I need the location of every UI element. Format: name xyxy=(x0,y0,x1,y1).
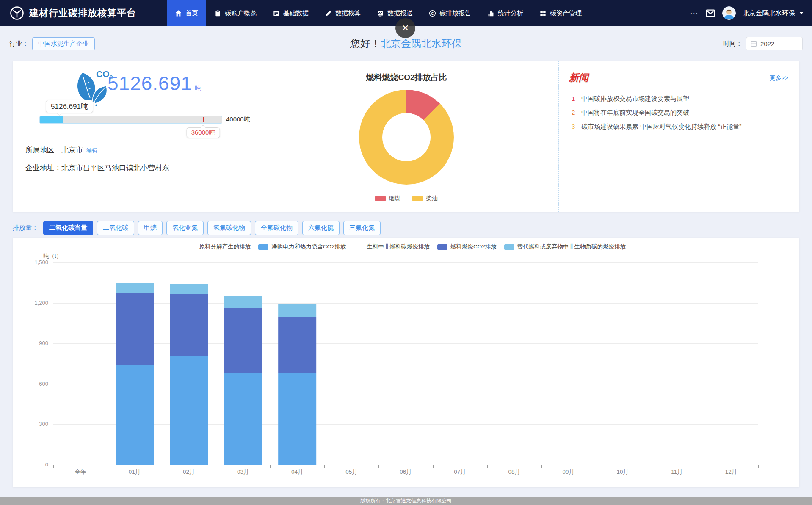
greeting: 您好！北京金隅北水环保 xyxy=(350,37,462,50)
avatar[interactable] xyxy=(722,6,736,20)
pen-icon xyxy=(325,10,332,17)
legend-swatch xyxy=(186,244,196,250)
gas-tab-0[interactable]: 二氧化碳当量 xyxy=(43,221,93,235)
monthly-chart-card: 原料分解产生的排放净购电力和热力隐含CO2排放生料中非燃料碳煅烧排放燃料燃烧CO… xyxy=(13,238,799,487)
news-item-title: 碳市场建设硕果累累 中国应对气候变化持续释放 “正能量” xyxy=(581,123,741,131)
nav-item-grid[interactable]: 碳资产管理 xyxy=(531,0,590,26)
bar-legend-item-2[interactable]: 生料中非燃料碳煅烧排放 xyxy=(354,243,430,251)
nav-item-home[interactable]: 首页 xyxy=(167,0,206,26)
nav-item-label: 数据核算 xyxy=(335,9,361,17)
donut-hole xyxy=(382,113,431,161)
quota-progress-bar xyxy=(39,116,222,124)
emission-summary-panel: CO 2 5126.691吨 5126.691吨 40000吨 36000吨 xyxy=(13,61,254,212)
donut-legend-item-1[interactable]: 柴油 xyxy=(412,195,438,202)
nav-item-label: 数据报送 xyxy=(387,9,413,17)
donut-chart xyxy=(359,90,454,185)
y-tick-label: 600 xyxy=(23,381,48,387)
stats-icon xyxy=(487,10,494,17)
bar-slot-04月: 04月 xyxy=(270,262,324,465)
news-more-link[interactable]: 更多>> xyxy=(770,75,788,82)
news-list: 1中国碳排放权交易市场建设要素与展望2中国将在年底前实现全国碳交易的突破3碳市场… xyxy=(572,95,791,137)
nav-item-clipboard[interactable]: 碳账户概览 xyxy=(206,0,265,26)
database-icon xyxy=(273,10,280,17)
gas-tab-5[interactable]: 全氟碳化物 xyxy=(255,221,298,235)
x-tick xyxy=(270,465,271,468)
nav-item-stats[interactable]: 统计分析 xyxy=(479,0,531,26)
x-axis-label: 06月 xyxy=(378,468,433,476)
bar-legend-item-3[interactable]: 燃料燃烧CO2排放 xyxy=(437,243,497,251)
bar-segment xyxy=(279,304,317,317)
x-axis-label: 全年 xyxy=(53,468,108,476)
summary-card: CO 2 5126.691吨 5126.691吨 40000吨 36000吨 xyxy=(13,61,799,212)
user-name[interactable]: 北京金隅北水环保 xyxy=(743,9,795,18)
gas-tab-4[interactable]: 氢氟碳化物 xyxy=(207,221,251,235)
news-item-2[interactable]: 2中国将在年底前实现全国碳交易的突破 xyxy=(572,109,791,117)
caret-down-icon[interactable] xyxy=(799,12,804,14)
legend-label: 替代燃料或废弃物中非生物质碳的燃烧排放 xyxy=(517,243,626,251)
bar-slot-02月: 02月 xyxy=(162,262,216,465)
x-axis-label: 05月 xyxy=(324,468,378,476)
nav-item-label: 碳资产管理 xyxy=(550,9,582,17)
mail-icon[interactable] xyxy=(705,8,715,18)
gas-tab-2[interactable]: 甲烷 xyxy=(138,221,163,235)
x-tick xyxy=(433,465,434,468)
x-tick xyxy=(162,465,162,468)
news-item-1[interactable]: 1中国碳排放权交易市场建设要素与展望 xyxy=(572,95,791,103)
tabs-label: 排放量： xyxy=(13,224,38,232)
x-axis-label: 09月 xyxy=(541,468,596,476)
year-value: 2022 xyxy=(760,40,774,47)
nav-right-cluster: ... 北京金隅北水环保 xyxy=(690,0,812,26)
svg-text:C: C xyxy=(431,11,434,15)
quota-marker-label: 36000吨 xyxy=(187,127,220,138)
legend-label: 原料分解产生的排放 xyxy=(199,243,251,251)
bar-slot-10月: 10月 xyxy=(596,262,650,465)
x-tick xyxy=(53,465,54,468)
news-item-3[interactable]: 3碳市场建设硕果累累 中国应对气候变化持续释放 “正能量” xyxy=(572,123,791,131)
address-line: 企业地址：北京市昌平区马池口镇北小营村东 xyxy=(25,163,169,173)
x-tick xyxy=(324,465,325,468)
copyright-icon: C xyxy=(429,10,436,17)
nav-item-label: 基础数据 xyxy=(283,9,309,17)
grid-icon xyxy=(539,10,547,17)
bar-segment xyxy=(224,308,262,373)
greeting-company[interactable]: 北京金隅北水环保 xyxy=(381,38,462,49)
year-picker[interactable]: 2022 xyxy=(746,37,803,50)
nav-more-button[interactable]: ... xyxy=(690,8,699,18)
nav-item-pen[interactable]: 数据核算 xyxy=(317,0,369,26)
news-title: 新闻 xyxy=(569,71,588,84)
x-tick xyxy=(650,465,650,468)
bar-legend-item-0[interactable]: 原料分解产生的排放 xyxy=(186,243,251,251)
x-tick xyxy=(596,465,596,468)
bar-slot-06月: 06月 xyxy=(378,262,433,465)
donut-title: 燃料燃烧CO2排放占比 xyxy=(254,72,558,83)
bar-legend-item-4[interactable]: 替代燃料或废弃物中非生物质碳的燃烧排放 xyxy=(504,243,626,251)
bar-legend-item-1[interactable]: 净购电力和热力隐含CO2排放 xyxy=(258,243,346,251)
bar-segment xyxy=(224,373,262,465)
nav-item-copyright[interactable]: C碳排放报告 xyxy=(421,0,479,26)
bar-chart-plot: 03006009001,2001,500全年01月02月03月04月05月06月… xyxy=(53,262,758,465)
news-rank: 3 xyxy=(572,123,576,130)
y-tick-label: 1,200 xyxy=(23,300,48,306)
bar-slot-12月: 12月 xyxy=(704,262,758,465)
nav-item-database[interactable]: 基础数据 xyxy=(265,0,317,26)
calendar-icon xyxy=(751,41,757,47)
nav-menu: 首页碳账户概览基础数据数据核算数据报送C碳排放报告统计分析碳资产管理 xyxy=(167,0,590,26)
edit-region-link[interactable]: 编辑 xyxy=(86,147,97,154)
gas-tab-3[interactable]: 氧化亚氮 xyxy=(166,221,204,235)
legend-label: 烟煤 xyxy=(389,195,400,202)
x-tick xyxy=(216,465,216,468)
industry-button[interactable]: 中国水泥生产企业 xyxy=(32,37,95,50)
fuel-donut-panel: 燃料燃烧CO2排放占比 烟煤柴油 xyxy=(254,61,559,212)
nav-item-label: 统计分析 xyxy=(498,9,523,17)
gas-tab-7[interactable]: 三氟化氮 xyxy=(343,221,381,235)
bar-segment xyxy=(170,294,208,356)
news-item-title: 中国碳排放权交易市场建设要素与展望 xyxy=(581,95,689,103)
gas-tab-6[interactable]: 六氟化硫 xyxy=(302,221,340,235)
gas-tab-1[interactable]: 二氧化碳 xyxy=(97,221,134,235)
logo-icon xyxy=(9,6,25,21)
donut-legend-item-0[interactable]: 烟煤 xyxy=(375,195,400,202)
x-axis-label: 07月 xyxy=(433,468,487,476)
news-panel: 新闻 更多>> 1中国碳排放权交易市场建设要素与展望2中国将在年底前实现全国碳交… xyxy=(559,61,799,212)
nav-item-label: 碳排放报告 xyxy=(439,9,471,17)
close-button[interactable]: × xyxy=(395,18,415,38)
